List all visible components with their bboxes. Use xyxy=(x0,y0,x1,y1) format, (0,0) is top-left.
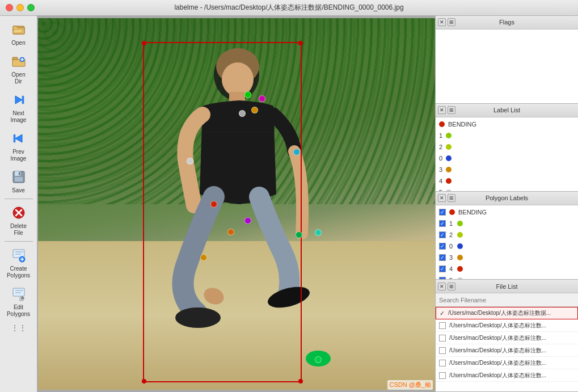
file-item[interactable]: /Users/mac/Desktop/人体姿态标注数... xyxy=(436,344,578,357)
file-checkbox[interactable] xyxy=(439,360,446,366)
delete-file-button[interactable]: DeleteFile xyxy=(3,201,34,239)
list-item[interactable]: 2 xyxy=(436,229,578,241)
polygon-label-text: 4 xyxy=(449,265,453,272)
label-list-section: ✕ ⊞ Label List BENDING 1 2 xyxy=(436,104,578,192)
polygon-checkbox[interactable] xyxy=(439,220,446,227)
minimize-button[interactable] xyxy=(16,4,24,11)
file-item[interactable]: /Users/mac/Desktop/人体姿态标注数... xyxy=(436,357,578,369)
file-item[interactable]: /Users/mac/Desktop/人体姿态标注数... xyxy=(436,369,578,382)
polygon-color-dot xyxy=(457,255,463,260)
list-item[interactable]: 1 xyxy=(436,218,578,229)
polygon-label-text: 2 xyxy=(449,231,453,238)
svg-marker-6 xyxy=(15,96,22,104)
delete-file-label: DeleteFile xyxy=(10,223,27,237)
flags-controls[interactable]: ✕ ⊞ xyxy=(438,18,455,26)
window-controls[interactable] xyxy=(6,4,35,11)
toolbar-separator-2 xyxy=(5,241,33,242)
svg-rect-7 xyxy=(22,96,24,104)
list-item[interactable]: 3 xyxy=(436,164,578,175)
label-color-dot xyxy=(446,133,452,138)
edit-polygons-button[interactable]: EditPolygons xyxy=(3,283,34,320)
polygon-labels-section: ✕ ⊞ Polygon Labels BENDING 1 xyxy=(436,192,578,280)
list-item[interactable]: 0 xyxy=(436,153,578,164)
flags-header: ✕ ⊞ Flags xyxy=(436,16,578,29)
list-item[interactable]: 5 xyxy=(436,187,578,191)
maximize-button[interactable] xyxy=(27,4,35,11)
file-checkbox[interactable] xyxy=(439,347,446,354)
svg-rect-23 xyxy=(13,288,24,296)
next-image-button[interactable]: Next Image xyxy=(3,88,34,126)
list-item[interactable]: BENDING xyxy=(436,119,578,130)
open-button[interactable]: Open xyxy=(3,18,34,49)
file-checkmark: ✓ xyxy=(440,310,445,317)
label-text: BENDING xyxy=(448,121,476,128)
file-checkbox[interactable] xyxy=(439,322,446,329)
file-item[interactable]: /Users/mac/Desktop/人体姿态标注数... xyxy=(436,332,578,344)
flags-close-btn[interactable]: ✕ xyxy=(438,18,446,26)
keypoint-2 xyxy=(251,107,258,113)
list-item[interactable]: 4 xyxy=(436,175,578,187)
polygon-checkbox[interactable] xyxy=(439,231,446,238)
open-dir-button[interactable]: OpenDir xyxy=(3,50,34,87)
polygon-label-text: 0 xyxy=(449,243,453,250)
list-item[interactable]: 3 xyxy=(436,252,578,263)
polygon-checkbox[interactable] xyxy=(439,243,446,250)
image-container xyxy=(37,16,435,392)
label-list-expand-btn[interactable]: ⊞ xyxy=(448,106,455,114)
polygon-checkbox[interactable] xyxy=(439,209,446,216)
polygon-color-dot xyxy=(457,266,463,272)
polygon-color-dot xyxy=(457,221,463,226)
file-item[interactable]: ✓ /Users/mac/Desktop/人体姿态标注数据... xyxy=(436,307,578,319)
label-list-close-btn[interactable]: ✕ xyxy=(438,106,446,114)
prev-image-label: PrevImage xyxy=(11,149,27,162)
list-item[interactable]: 5 xyxy=(436,275,578,279)
image-wrapper xyxy=(38,18,435,390)
list-item[interactable]: BENDING xyxy=(436,206,578,218)
file-checkbox[interactable] xyxy=(439,372,446,379)
person-svg xyxy=(38,18,435,390)
file-list-expand-btn[interactable]: ⊞ xyxy=(448,283,455,290)
file-name: /Users/mac/Desktop/人体姿态标注数据... xyxy=(448,309,551,317)
list-item[interactable]: 0 xyxy=(436,241,578,252)
polygon-expand-btn[interactable]: ⊞ xyxy=(448,194,455,202)
list-item[interactable]: 4 xyxy=(436,263,578,275)
toolbar-separator xyxy=(5,199,33,199)
edit-polygons-label: EditPolygons xyxy=(7,304,30,318)
delete-icon xyxy=(10,204,28,222)
file-list-close-btn[interactable]: ✕ xyxy=(438,283,446,290)
polygon-checkbox[interactable] xyxy=(439,277,446,279)
label-color-dot xyxy=(439,121,445,127)
polygon-color-dot xyxy=(457,243,463,249)
open-icon xyxy=(10,20,28,39)
file-search-input[interactable] xyxy=(439,297,575,304)
flags-title: Flags xyxy=(499,19,514,26)
flags-content xyxy=(436,29,578,103)
save-button[interactable]: Save xyxy=(3,166,34,196)
keypoint-10 xyxy=(315,229,322,236)
list-item[interactable]: 1 xyxy=(436,130,578,141)
close-button[interactable] xyxy=(6,4,13,11)
polygon-controls[interactable]: ✕ ⊞ xyxy=(438,194,455,202)
window-title: labelme - /Users/mac/Desktop/人体姿态标注数据/BE… xyxy=(174,3,403,12)
label-list-controls[interactable]: ✕ ⊞ xyxy=(438,106,455,114)
polygon-checkbox[interactable] xyxy=(439,265,446,272)
file-item[interactable]: /Users/mac/Desktop/人体姿态标注数... xyxy=(436,319,578,332)
label-text: 5 xyxy=(439,189,442,191)
file-list-controls[interactable]: ✕ ⊞ xyxy=(438,283,455,290)
list-item[interactable]: 2 xyxy=(436,141,578,153)
create-polygons-button[interactable]: CreatePolygons xyxy=(3,244,34,281)
toolbar: Open OpenDir Ne xyxy=(0,16,37,392)
flags-expand-btn[interactable]: ⊞ xyxy=(448,18,455,26)
polygon-labels-title: Polygon Labels xyxy=(486,195,528,201)
prev-image-button[interactable]: PrevImage xyxy=(3,127,34,165)
file-name: /Users/mac/Desktop/人体姿态标注数... xyxy=(449,347,546,355)
keypoint-6 xyxy=(293,149,300,155)
polygon-close-btn[interactable]: ✕ xyxy=(438,194,446,202)
polygon-color-dot xyxy=(457,277,463,279)
svg-rect-9 xyxy=(14,134,15,142)
svg-point-30 xyxy=(175,307,221,328)
canvas-area[interactable]: CSDN @桑_榆 xyxy=(37,16,435,392)
file-checkbox[interactable] xyxy=(439,335,446,342)
file-name: /Users/mac/Desktop/人体姿态标注数... xyxy=(449,322,546,330)
polygon-checkbox[interactable] xyxy=(439,254,446,261)
